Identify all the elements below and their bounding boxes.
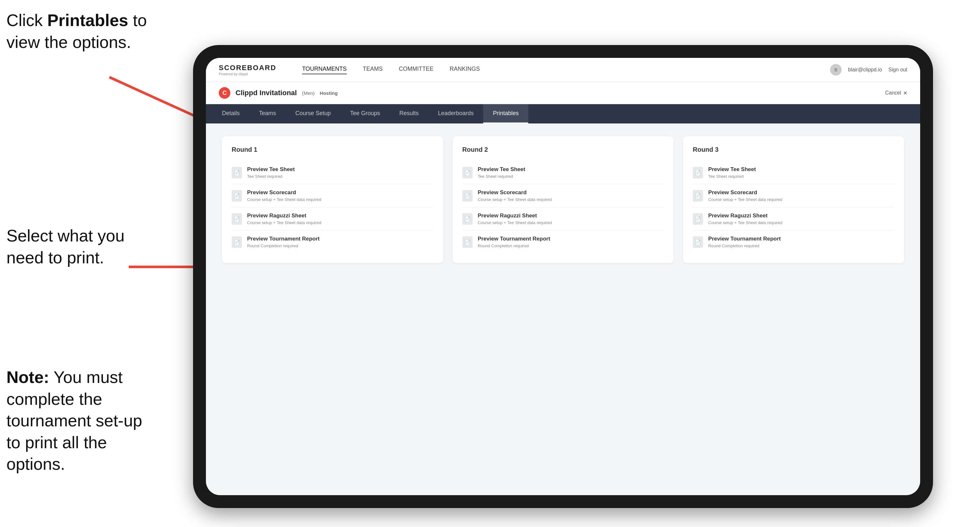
document-icon: 📄	[232, 213, 242, 225]
round-2-tournament-report-text: Preview Tournament Report Round Completi…	[478, 236, 550, 248]
round-3-tee-sheet-text: Preview Tee Sheet Tee Sheet required	[708, 166, 756, 179]
round-1-raguzzi-text: Preview Raguzzi Sheet Course setup + Tee…	[247, 213, 321, 225]
round-2-scorecard-text: Preview Scorecard Course setup + Tee She…	[478, 189, 552, 202]
document-icon: 📄	[693, 237, 703, 248]
tablet-device: SCOREBOARD Powered by clippd TOURNAMENTS…	[193, 45, 933, 508]
cancel-button[interactable]: Cancel ✕	[885, 90, 907, 96]
instruction-bottom: Note: You must complete the tournament s…	[6, 367, 154, 475]
logo-sub: Powered by clippd	[219, 72, 276, 76]
round-3-tee-sheet[interactable]: 📄 Preview Tee Sheet Tee Sheet required	[693, 161, 894, 184]
round-1-tournament-report-text: Preview Tournament Report Round Completi…	[247, 236, 320, 248]
round-1-raguzzi[interactable]: 📄 Preview Raguzzi Sheet Course setup + T…	[232, 207, 433, 230]
round-1-scorecard[interactable]: 📄 Preview Scorecard Course setup + Tee S…	[232, 184, 433, 207]
nav-teams[interactable]: TEAMS	[363, 66, 383, 74]
document-icon: 📄	[232, 190, 242, 202]
document-icon: 📄	[693, 213, 703, 225]
document-icon: 📄	[232, 167, 242, 178]
cancel-icon: ✕	[903, 90, 907, 96]
round-3-scorecard-text: Preview Scorecard Course setup + Tee She…	[708, 189, 783, 202]
round-1-tee-sheet-text: Preview Tee Sheet Tee Sheet required	[247, 166, 295, 179]
round-1-scorecard-text: Preview Scorecard Course setup + Tee She…	[247, 189, 321, 202]
instruction-top: Click Printables to view the options.	[6, 10, 154, 53]
tab-printables[interactable]: Printables	[483, 104, 528, 124]
tab-details[interactable]: Details	[212, 104, 249, 124]
top-nav-right: B blair@clippd.io Sign out	[830, 64, 907, 76]
round-3-title: Round 3	[693, 146, 894, 153]
logo-title: SCOREBOARD	[219, 63, 276, 72]
tab-leaderboards[interactable]: Leaderboards	[428, 104, 483, 124]
round-2-scorecard[interactable]: 📄 Preview Scorecard Course setup + Tee S…	[462, 184, 664, 207]
nav-rankings[interactable]: RANKINGS	[450, 66, 480, 74]
user-email: blair@clippd.io	[848, 67, 882, 73]
round-2-title: Round 2	[462, 146, 664, 153]
main-content: Round 1 📄 Preview Tee Sheet Tee Sheet re…	[206, 124, 920, 495]
top-nav-links: TOURNAMENTS TEAMS COMMITTEE RANKINGS	[302, 66, 811, 74]
round-1-tee-sheet[interactable]: 📄 Preview Tee Sheet Tee Sheet required	[232, 161, 433, 184]
tournament-header: C Clippd Invitational (Men) Hosting Canc…	[206, 82, 920, 104]
round-3-raguzzi[interactable]: 📄 Preview Raguzzi Sheet Course setup + T…	[693, 207, 894, 230]
tab-course-setup[interactable]: Course Setup	[286, 104, 340, 124]
sub-nav: Details Teams Course Setup Tee Groups Re…	[206, 104, 920, 124]
tournament-title: Clippd Invitational	[235, 89, 297, 97]
nav-committee[interactable]: COMMITTEE	[399, 66, 434, 74]
round-2-column: Round 2 📄 Preview Tee Sheet Tee Sheet re…	[453, 137, 674, 263]
avatar: B	[830, 64, 842, 76]
tournament-logo: C	[219, 87, 231, 99]
rounds-grid: Round 1 📄 Preview Tee Sheet Tee Sheet re…	[222, 137, 904, 263]
document-icon: 📄	[462, 167, 473, 178]
sign-out[interactable]: Sign out	[888, 67, 907, 73]
round-2-tee-sheet-text: Preview Tee Sheet Tee Sheet required	[478, 166, 525, 179]
tab-results[interactable]: Results	[390, 104, 428, 124]
round-2-raguzzi[interactable]: 📄 Preview Raguzzi Sheet Course setup + T…	[462, 207, 664, 230]
round-3-scorecard[interactable]: 📄 Preview Scorecard Course setup + Tee S…	[693, 184, 894, 207]
round-3-raguzzi-text: Preview Raguzzi Sheet Course setup + Tee…	[708, 213, 783, 225]
top-nav: SCOREBOARD Powered by clippd TOURNAMENTS…	[206, 58, 920, 82]
tab-teams[interactable]: Teams	[249, 104, 286, 124]
round-3-column: Round 3 📄 Preview Tee Sheet Tee Sheet re…	[683, 137, 904, 263]
round-2-raguzzi-text: Preview Raguzzi Sheet Course setup + Tee…	[478, 213, 552, 225]
tab-tee-groups[interactable]: Tee Groups	[340, 104, 390, 124]
round-2-tournament-report[interactable]: 📄 Preview Tournament Report Round Comple…	[462, 230, 664, 253]
round-1-column: Round 1 📄 Preview Tee Sheet Tee Sheet re…	[222, 137, 443, 263]
tablet-screen: SCOREBOARD Powered by clippd TOURNAMENTS…	[206, 58, 920, 495]
document-icon: 📄	[693, 190, 703, 202]
round-2-tee-sheet[interactable]: 📄 Preview Tee Sheet Tee Sheet required	[462, 161, 664, 184]
round-1-title: Round 1	[232, 146, 433, 153]
document-icon: 📄	[232, 237, 242, 248]
document-icon: 📄	[462, 213, 473, 225]
document-icon: 📄	[462, 190, 473, 202]
round-3-tournament-report[interactable]: 📄 Preview Tournament Report Round Comple…	[693, 230, 894, 253]
document-icon: 📄	[462, 237, 473, 248]
nav-tournaments[interactable]: TOURNAMENTS	[302, 66, 347, 74]
scoreboard-logo: SCOREBOARD Powered by clippd	[219, 63, 276, 76]
tournament-name-section: C Clippd Invitational (Men) Hosting	[219, 87, 338, 99]
document-icon: 📄	[693, 167, 703, 178]
round-1-tournament-report[interactable]: 📄 Preview Tournament Report Round Comple…	[232, 230, 433, 253]
round-3-tournament-report-text: Preview Tournament Report Round Completi…	[708, 236, 781, 248]
tournament-status: Hosting	[320, 90, 338, 96]
tournament-badge: (Men)	[302, 90, 315, 96]
